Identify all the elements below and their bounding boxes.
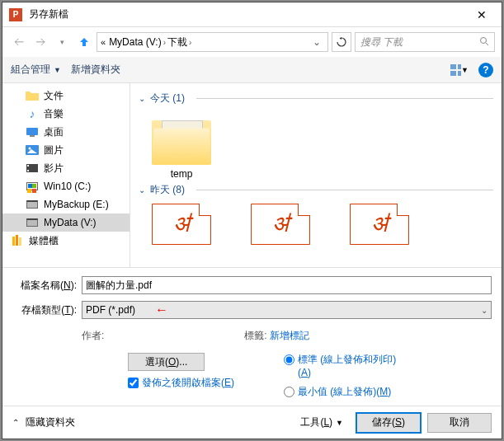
tree-item-icon bbox=[26, 125, 39, 138]
tree-item-label: MyBackup (E:) bbox=[44, 199, 109, 210]
tree-item-icon bbox=[26, 162, 39, 175]
file-label: temp bbox=[171, 168, 193, 180]
svg-rect-13 bbox=[12, 237, 15, 246]
svg-rect-14 bbox=[16, 235, 18, 246]
tree-item-icon bbox=[26, 198, 39, 211]
annotation-arrow: ← bbox=[155, 303, 168, 317]
optimize-minimum-radio[interactable]: 最小值 (線上發佈)(M) bbox=[284, 385, 396, 399]
tree-item-label: 桌面 bbox=[44, 125, 64, 139]
tree-item[interactable]: 影片 bbox=[2, 159, 130, 177]
organize-menu[interactable]: 組合管理 ▼ bbox=[11, 63, 61, 77]
tree-item-label: 媒體櫃 bbox=[29, 234, 59, 248]
tree-item[interactable]: MyData (V:) bbox=[2, 213, 130, 232]
titlebar: P 另存新檔 ✕ bbox=[2, 2, 502, 27]
svg-point-0 bbox=[481, 37, 487, 43]
toolbar: 組合管理 ▼ 新增資料夾 ▼ ? bbox=[2, 57, 502, 83]
tree-item-label: MyData (V:) bbox=[44, 217, 97, 228]
tree-item-label: Win10 (C:) bbox=[44, 181, 91, 192]
svg-rect-4 bbox=[450, 71, 456, 76]
group-title: 昨天 (8) bbox=[150, 183, 185, 197]
svg-point-9 bbox=[29, 148, 31, 150]
collapse-icon[interactable]: ⌃ bbox=[12, 418, 19, 427]
tree-item[interactable]: MyBackup (E:) bbox=[2, 195, 130, 213]
chevron-down-icon: ▼ bbox=[336, 419, 343, 427]
pdf-icon: ॳ bbox=[350, 204, 409, 245]
tree-item-label: 音樂 bbox=[44, 107, 64, 121]
folder-icon bbox=[152, 112, 211, 165]
svg-rect-6 bbox=[26, 128, 38, 135]
pdf-icon: ॳ bbox=[251, 204, 310, 245]
author-label: 作者: bbox=[82, 330, 104, 341]
svg-line-1 bbox=[486, 43, 488, 45]
dialog-title: 另存新檔 bbox=[29, 7, 463, 21]
options-button[interactable]: 選項(O)... bbox=[128, 353, 205, 371]
chevron-down-icon: ⌄ bbox=[139, 94, 145, 103]
group-title: 今天 (1) bbox=[150, 91, 185, 106]
tree-item-icon bbox=[26, 216, 39, 229]
tree-item[interactable]: 文件 bbox=[2, 87, 130, 105]
svg-rect-2 bbox=[450, 64, 456, 69]
group-header[interactable]: ⌄昨天 (8) bbox=[139, 183, 493, 197]
group-header[interactable]: ⌄今天 (1) bbox=[139, 91, 493, 106]
filename-label: 檔案名稱(N): bbox=[12, 279, 77, 293]
breadcrumb[interactable]: « MyData (V:) › 下載 › ⌄ bbox=[97, 32, 328, 52]
search-icon bbox=[479, 36, 489, 49]
folder-tree[interactable]: 文件♪音樂桌面圖片影片Win10 (C:)MyBackup (E:)MyData… bbox=[2, 83, 130, 267]
svg-rect-12 bbox=[27, 170, 29, 171]
breadcrumb-folder[interactable]: 下載 bbox=[167, 35, 187, 49]
filetype-combo[interactable]: PDF (*.pdf) ← ⌄ bbox=[82, 301, 492, 319]
tree-item[interactable]: 桌面 bbox=[2, 123, 130, 141]
svg-rect-11 bbox=[27, 165, 29, 167]
tree-item[interactable]: 圖片 bbox=[2, 141, 130, 159]
tree-item-icon bbox=[26, 143, 39, 157]
powerpoint-icon: P bbox=[9, 8, 22, 21]
nav-up-button[interactable] bbox=[75, 33, 93, 51]
svg-rect-7 bbox=[30, 135, 35, 137]
search-input[interactable]: 搜尋 下載 bbox=[355, 32, 495, 52]
tree-item-label: 圖片 bbox=[44, 143, 64, 157]
tree-item-icon: ♪ bbox=[26, 107, 39, 120]
file-item[interactable]: ॳ bbox=[148, 204, 214, 245]
open-after-publish-checkbox[interactable]: 發佈之後開啟檔案(E) bbox=[128, 376, 234, 390]
tree-item-icon bbox=[26, 180, 39, 193]
breadcrumb-drive[interactable]: MyData (V:) bbox=[109, 36, 162, 48]
tree-item[interactable]: Win10 (C:) bbox=[2, 177, 130, 195]
tree-item[interactable]: 媒體櫃 bbox=[2, 232, 130, 250]
file-list[interactable]: ⌄今天 (1)temp⌄昨天 (8)ॳॳॳ bbox=[130, 83, 502, 267]
svg-rect-15 bbox=[19, 237, 21, 246]
tree-item-icon bbox=[26, 89, 39, 102]
optimize-standard-radio[interactable]: 標準 (線上發佈和列印)(A) bbox=[284, 353, 396, 378]
chevron-down-icon: ▼ bbox=[54, 66, 61, 74]
add-tag-link[interactable]: 新增標記 bbox=[270, 330, 309, 341]
filename-input[interactable] bbox=[82, 276, 492, 294]
nav-forward-button[interactable]: 🡢 bbox=[31, 32, 50, 52]
chevron-down-icon: ▼ bbox=[461, 66, 469, 74]
filetype-label: 存檔類型(T): bbox=[12, 303, 77, 317]
chevron-down-icon: ⌄ bbox=[139, 185, 145, 195]
tools-menu[interactable]: 工具(L) ▼ bbox=[294, 414, 350, 432]
nav-back-button[interactable]: 🡠 bbox=[9, 32, 29, 52]
save-button[interactable]: 儲存(S) bbox=[356, 413, 421, 433]
pdf-icon: ॳ bbox=[152, 204, 211, 245]
file-item[interactable]: ॳ bbox=[247, 204, 313, 245]
hide-folders-link[interactable]: 隱藏資料夾 bbox=[26, 415, 75, 429]
file-item[interactable]: temp bbox=[148, 112, 214, 180]
nav-history-button[interactable]: ▾ bbox=[52, 32, 72, 52]
new-folder-button[interactable]: 新增資料夾 bbox=[71, 63, 120, 77]
chevron-down-icon: ⌄ bbox=[481, 306, 488, 315]
tree-item[interactable]: ♪音樂 bbox=[2, 105, 130, 123]
view-mode-button[interactable]: ▼ bbox=[450, 62, 469, 78]
help-button[interactable]: ? bbox=[478, 63, 493, 77]
tags-label: 標籤: bbox=[244, 330, 266, 341]
tree-item-label: 文件 bbox=[44, 89, 64, 103]
navigation-bar: 🡠 🡢 ▾ « MyData (V:) › 下載 › ⌄ 搜尋 下載 bbox=[2, 27, 502, 57]
cancel-button[interactable]: 取消 bbox=[427, 413, 492, 433]
breadcrumb-dropdown-icon[interactable]: ⌄ bbox=[309, 36, 324, 48]
close-button[interactable]: ✕ bbox=[463, 3, 500, 26]
search-placeholder: 搜尋 下載 bbox=[360, 35, 403, 49]
tree-item-icon bbox=[11, 234, 24, 247]
file-item[interactable]: ॳ bbox=[346, 204, 412, 245]
tree-item-label: 影片 bbox=[44, 162, 64, 176]
refresh-button[interactable] bbox=[332, 32, 351, 52]
